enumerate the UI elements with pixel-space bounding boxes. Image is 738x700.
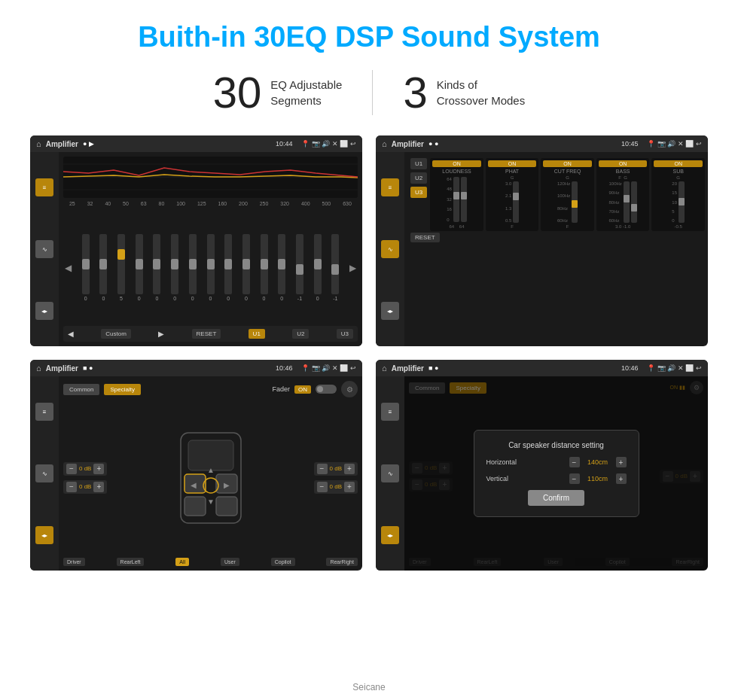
vol-br-minus[interactable]: −: [317, 482, 328, 492]
dialog-vertical-minus[interactable]: −: [569, 473, 580, 484]
eq-slider-6: 0: [171, 234, 178, 301]
screen3-title: Amplifier: [46, 364, 78, 373]
cross-loudness-sliders: 644832160: [447, 175, 467, 223]
cross-sub: ON SUB G 20151050: [651, 158, 705, 231]
svg-text:▼: ▼: [207, 498, 215, 506]
eq-bottom-bar: ◀ Custom ▶ RESET U1 U2 U3: [63, 326, 358, 342]
cross-reset-btn[interactable]: RESET: [410, 233, 440, 242]
fader-specialty-tab[interactable]: Specialty: [104, 384, 140, 395]
fader-common-tab[interactable]: Common: [63, 384, 99, 395]
dialog-vertical-value: 110cm: [583, 475, 613, 482]
eq-graph: [63, 157, 358, 198]
cross-icon-1[interactable]: ≡: [381, 178, 399, 196]
cross-icon-3[interactable]: ◂▸: [381, 302, 399, 320]
car-svg: ▲ ▼ ◀ ▶: [169, 429, 252, 527]
vol-tl-minus[interactable]: −: [66, 464, 77, 474]
screen3-time: 10:46: [276, 364, 293, 372]
vol-tl-plus[interactable]: +: [93, 464, 104, 474]
cross-bass-on[interactable]: ON: [599, 160, 648, 167]
eq-screen-body: ≡ ∿ ◂▸: [30, 152, 362, 346]
dist-icon-2[interactable]: ∿: [381, 464, 399, 482]
dist-icon-3[interactable]: ◂▸: [381, 526, 399, 544]
fader-driver-btn[interactable]: Driver: [63, 558, 85, 566]
screen4-icons: 📍 📷 🔊 ✕ ⬜ ↩: [647, 364, 702, 372]
phat-vslider: [513, 181, 519, 223]
page: Buith-in 30EQ DSP Sound System 30 EQ Adj…: [0, 0, 738, 700]
crossover-body: ≡ ∿ ◂▸ U1 U2 U3: [376, 152, 708, 346]
vol-tr-plus[interactable]: +: [344, 464, 355, 474]
vol-bl-minus[interactable]: −: [66, 482, 77, 492]
dialog-horizontal-minus[interactable]: −: [569, 457, 580, 467]
eq-icon-eq[interactable]: ≡: [35, 178, 53, 196]
eq-slider-7: 0: [189, 234, 197, 301]
cross-bass: ON BASS F G 100Hz90Hz80Hz70Hz60Hz: [596, 158, 650, 231]
fader-rearright-btn[interactable]: RearRight: [326, 558, 358, 566]
eq-main: 2532405063 80100125160200 25032040050063…: [59, 152, 362, 346]
stats-row: 30 EQ Adjustable Segments 3 Kinds of Cro…: [183, 67, 555, 117]
dist-icon-1[interactable]: ≡: [381, 403, 399, 421]
cross-cutfreq-sliders: 120Hz100Hz80Hz60Hz: [557, 181, 578, 223]
eq-left-arrow[interactable]: ◀: [65, 263, 72, 273]
eq-next-btn[interactable]: ▶: [158, 330, 164, 338]
stat1-label: EQ Adjustable Segments: [270, 77, 342, 108]
eq-slider-2: 0: [99, 234, 107, 301]
vol-tl-val: 0 dB: [79, 465, 91, 472]
fader-all-btn[interactable]: All: [175, 558, 189, 566]
eq-right-arrow[interactable]: ▶: [349, 263, 356, 273]
bass-vslider2: [631, 181, 637, 223]
dialog-vertical-plus[interactable]: +: [616, 473, 627, 484]
eq-u1-btn[interactable]: U1: [249, 329, 265, 339]
eq-reset-btn[interactable]: RESET: [192, 329, 221, 339]
dialog-title: Car speaker distance setting: [486, 441, 627, 449]
dialog-overlay: Car speaker distance setting Horizontal …: [404, 376, 708, 571]
eq-u2-btn[interactable]: U2: [292, 329, 309, 339]
screen2-title: Amplifier: [392, 140, 424, 148]
cross-u1-btn[interactable]: U1: [410, 158, 427, 169]
cross-sub-on[interactable]: ON: [654, 160, 703, 167]
crossover-u-btns: U1 U2 U3: [410, 158, 427, 231]
fader-icon-1[interactable]: ≡: [35, 403, 53, 421]
cross-u2-btn[interactable]: U2: [410, 172, 427, 184]
eq-prev-btn[interactable]: ◀: [68, 330, 74, 338]
dialog-horizontal-plus[interactable]: +: [616, 457, 627, 467]
eq-icon-wave[interactable]: ∿: [35, 240, 53, 258]
screen2-time: 10:45: [621, 140, 639, 148]
fader-user-btn[interactable]: User: [221, 558, 239, 566]
fader-toggle[interactable]: [316, 385, 337, 394]
distance-main: Common Specialty ON ▮▮ ⚙ − 0 dB +: [404, 376, 708, 571]
screen4-time: 10:46: [621, 364, 639, 372]
screen4-title: Amplifier: [392, 364, 424, 373]
distance-sidebar: ≡ ∿ ◂▸: [376, 376, 404, 571]
screen1-topbar: ⌂ Amplifier ● ▶ 10:44 📍 📷 🔊 ✕ ⬜ ↩: [30, 135, 362, 152]
fader-icon-3[interactable]: ◂▸: [35, 526, 53, 544]
cross-phat-on[interactable]: ON: [488, 160, 537, 167]
cross-u3-btn[interactable]: U3: [410, 187, 427, 198]
eq-u3-btn[interactable]: U3: [337, 329, 353, 339]
vol-br-plus[interactable]: +: [344, 482, 355, 492]
fader-right-vols: − 0 dB + − 0 dB +: [314, 402, 358, 553]
vol-bl-plus[interactable]: +: [93, 482, 104, 492]
screen1-icons: 📍 📷 🔊 ✕ ⬜ ↩: [301, 140, 356, 148]
fader-on-btn[interactable]: ON: [294, 385, 311, 394]
dialog-confirm-btn[interactable]: Confirm: [528, 490, 584, 506]
crossover-presets: U1 U2 U3 ON LOUDNESS 6448321: [407, 155, 705, 231]
cross-cutfreq-on[interactable]: ON: [543, 160, 592, 167]
cross-phat: ON PHAT G 3.02.11.30.5: [486, 158, 539, 231]
fader-icon-2[interactable]: ∿: [35, 464, 53, 482]
vol-tr-minus[interactable]: −: [317, 464, 328, 474]
cross-cutfreq: ON CUT FREQ G 120Hz100Hz80Hz60Hz: [541, 158, 594, 231]
vol-tr-val: 0 dB: [330, 465, 342, 472]
fader-copilot-btn[interactable]: Copilot: [271, 558, 295, 566]
eq-freq-labels: 2532405063 80100125160200 25032040050063…: [63, 201, 358, 206]
crossover-main: U1 U2 U3 ON LOUDNESS 6448321: [404, 152, 708, 346]
cross-icon-2[interactable]: ∿: [381, 240, 399, 258]
eq-icon-vol[interactable]: ◂▸: [35, 302, 53, 320]
fader-settings-icon[interactable]: ⚙: [341, 381, 358, 397]
stat2-label: Kinds of Crossover Modes: [437, 77, 526, 108]
cross-loudness-on[interactable]: ON: [432, 160, 481, 167]
fader-label: Fader: [272, 385, 290, 393]
fader-rearleft-btn[interactable]: RearLeft: [117, 558, 145, 566]
cross-loudness-label: LOUDNESS: [442, 169, 471, 174]
dialog-horizontal-control: − 140cm +: [569, 457, 627, 467]
eq-slider-9: 0: [224, 234, 232, 301]
